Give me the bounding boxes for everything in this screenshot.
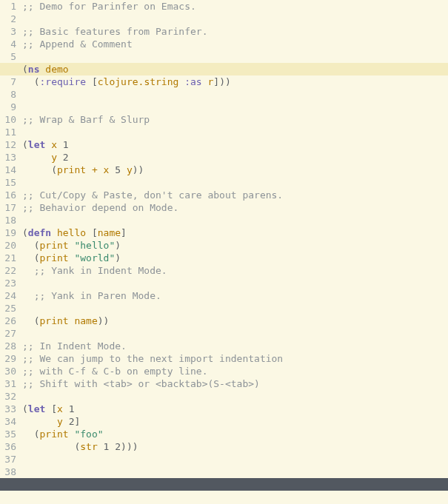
line-number: 25 xyxy=(0,302,16,315)
code-line[interactable]: ;; Yank in Paren Mode. xyxy=(22,289,448,302)
paren-token: ] xyxy=(74,416,80,427)
sym-token: print xyxy=(39,315,68,326)
code-line[interactable]: (print "world") xyxy=(22,252,448,264)
code-line[interactable]: ;; In Indent Mode. xyxy=(22,340,448,352)
kwd-token: :require xyxy=(39,76,86,87)
sym-token: y xyxy=(57,416,63,427)
ns-token: clojure.string xyxy=(98,76,179,87)
code-line[interactable]: (let [x 1 xyxy=(22,403,448,415)
code-line[interactable]: (:require [clojure.string :as r])) xyxy=(22,75,448,88)
code-line[interactable] xyxy=(22,50,448,63)
comment-token: ;; with C-f & C-b on empty line. xyxy=(22,366,207,377)
code-line[interactable]: (print name)) xyxy=(22,315,448,327)
plain-token xyxy=(121,164,127,175)
code-line[interactable]: ;; Basic features from Parinfer. xyxy=(22,25,448,38)
paren-token: )) xyxy=(133,164,144,175)
line-number: 24 xyxy=(0,289,16,302)
line-number: 12 xyxy=(0,138,16,151)
code-line[interactable]: ;; Yank in Indent Mode. xyxy=(22,264,448,277)
plain-token xyxy=(22,416,57,427)
code-line[interactable]: y 2 xyxy=(22,151,448,164)
code-line[interactable]: y 2] xyxy=(22,415,448,428)
line-number: 9 xyxy=(0,101,16,113)
paren-token: ))) xyxy=(121,441,138,452)
sym-token: demo xyxy=(45,64,68,75)
line-number: 36 xyxy=(0,440,16,453)
plain-token xyxy=(63,403,69,414)
code-line[interactable]: ;; Behavior depend on Mode. xyxy=(22,201,448,214)
paren-token: ])) xyxy=(213,76,230,87)
line-number: 31 xyxy=(0,377,16,390)
sym-token: str xyxy=(80,441,97,452)
emacs-editor[interactable]: 1234567891011121314151617181920212223242… xyxy=(0,0,448,504)
paren-token: ( xyxy=(51,164,57,175)
sym-token: x xyxy=(57,403,63,414)
code-line[interactable]: ;; We can jump to the next import indent… xyxy=(22,352,448,365)
code-line[interactable]: ;; Append & Comment xyxy=(22,38,448,50)
kwd-token: :as xyxy=(184,76,201,87)
plain-token xyxy=(22,164,51,175)
line-number: 27 xyxy=(0,327,16,340)
paren-token: ( xyxy=(22,64,28,75)
plain-token xyxy=(22,240,34,251)
code-line[interactable]: ;; with C-f & C-b on empty line. xyxy=(22,365,448,377)
code-line[interactable]: (let x 1 xyxy=(22,138,448,151)
line-number: 23 xyxy=(0,277,16,289)
line-number: 26 xyxy=(0,315,16,327)
num-token: 2 xyxy=(63,152,69,163)
code-line[interactable]: (print + x 5 y)) xyxy=(22,164,448,176)
modeline: -:**- demo.clj Top (6,0) (Clojure hl-s c… xyxy=(0,478,448,491)
sym-token: y xyxy=(51,152,57,163)
comment-token: ;; In Indent Mode. xyxy=(22,340,127,352)
code-line[interactable] xyxy=(22,277,448,289)
paren-token: ( xyxy=(22,227,28,238)
code-line[interactable] xyxy=(22,176,448,189)
code-line[interactable]: (print "hello") xyxy=(22,239,448,252)
plain-token xyxy=(63,416,69,427)
line-number: 28 xyxy=(0,340,16,352)
plain-token xyxy=(51,227,57,238)
num-token: 1 xyxy=(63,139,69,150)
plain-token xyxy=(178,76,184,87)
plain-token xyxy=(22,441,74,452)
code-line[interactable] xyxy=(22,88,448,101)
kw-token: let xyxy=(28,403,45,414)
code-line[interactable] xyxy=(22,453,448,466)
code-line[interactable]: ;; Demo for Parinfer on Emacs. xyxy=(22,0,448,13)
line-number: 38 xyxy=(0,466,16,478)
line-number: 1 xyxy=(0,0,16,13)
code-line[interactable]: (str 1 2))) xyxy=(22,440,448,453)
code-line[interactable] xyxy=(22,327,448,340)
kw-token: defn xyxy=(28,227,51,238)
paren-token: ) xyxy=(115,240,121,251)
plain-token xyxy=(22,429,34,440)
comment-token: ;; We can jump to the next import indent… xyxy=(22,353,283,364)
code-line[interactable] xyxy=(22,126,448,138)
comment-token: ;; Behavior depend on Mode. xyxy=(22,202,178,213)
code-line[interactable]: (defn hello [name] xyxy=(22,226,448,239)
code-line[interactable] xyxy=(22,390,448,403)
code-line[interactable]: ;; Cut/Copy & Paste, don't care about pa… xyxy=(22,189,448,201)
code-line[interactable] xyxy=(22,101,448,113)
line-number: 14 xyxy=(0,164,16,176)
line-number: 11 xyxy=(0,126,16,138)
code-line[interactable]: (ns demo xyxy=(0,63,448,75)
code-line[interactable] xyxy=(22,214,448,226)
code-line[interactable] xyxy=(22,466,448,478)
line-number: 34 xyxy=(0,415,16,428)
plain-token xyxy=(57,139,63,150)
plain-token xyxy=(22,265,34,276)
paren-token: [ xyxy=(92,227,98,238)
code-line[interactable]: ;; Shift with <tab> or <backtab>(S-<tab>… xyxy=(22,377,448,390)
code-line[interactable] xyxy=(22,302,448,315)
minibuffer[interactable] xyxy=(0,491,448,504)
code-line[interactable]: (print "foo" xyxy=(22,428,448,440)
code-area[interactable]: ;; Demo for Parinfer on Emacs. ;; Basic … xyxy=(22,0,448,478)
line-number: 18 xyxy=(0,214,16,226)
plain-token xyxy=(22,290,34,301)
line-number: 33 xyxy=(0,403,16,415)
line-number: 13 xyxy=(0,151,16,164)
code-line[interactable]: ;; Wrap & Barf & Slurp xyxy=(22,113,448,126)
line-number: 5 xyxy=(0,50,16,63)
code-line[interactable] xyxy=(22,13,448,25)
